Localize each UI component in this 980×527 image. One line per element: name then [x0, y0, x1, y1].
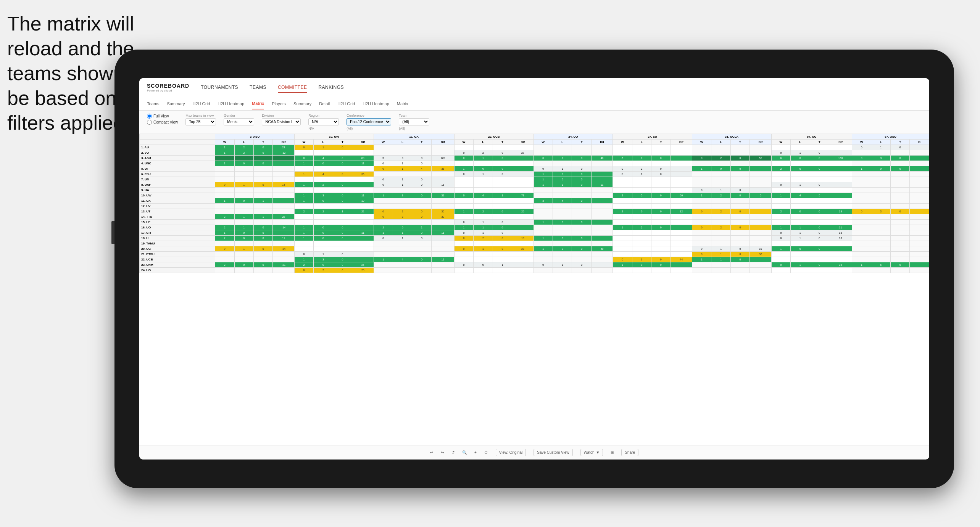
tablet-side-button[interactable]: [111, 221, 114, 244]
watch-button[interactable]: Watch ▼: [580, 449, 603, 456]
col-su: 27. SU: [613, 134, 692, 140]
sub-w5: W: [534, 140, 553, 145]
row-team-name: 6. FSU: [140, 172, 215, 177]
sub-nav-h2h-heatmap2[interactable]: H2H Heatmap: [363, 98, 389, 109]
matrix-cell: [730, 182, 750, 188]
matrix-cell: [871, 177, 890, 182]
compact-view-radio[interactable]: Compact View: [147, 120, 178, 125]
refresh-button[interactable]: ↺: [451, 450, 455, 455]
matrix-cell: [750, 241, 771, 246]
matrix-cell: [294, 177, 313, 182]
matrix-cell: [352, 204, 374, 209]
share-button[interactable]: Share: [621, 449, 638, 456]
sub-nav-summary[interactable]: Summary: [167, 98, 185, 109]
matrix-cell: [553, 193, 572, 198]
matrix-cell: [412, 145, 431, 150]
redo-button[interactable]: ↪: [441, 450, 444, 455]
nav-item-teams[interactable]: TEAMS: [250, 83, 266, 93]
matrix-cell: [771, 161, 790, 166]
matrix-cell: [474, 198, 493, 204]
matrix-cell: [431, 225, 454, 230]
matrix-cell: 1: [534, 236, 553, 241]
matrix-cell: [890, 150, 909, 156]
matrix-cell: [810, 204, 829, 209]
matrix-cell: [791, 204, 810, 209]
sub-nav-matrix[interactable]: Matrix: [252, 98, 264, 109]
matrix-cell: 1: [553, 166, 572, 172]
matrix-cell: 0: [553, 236, 572, 241]
sub-t1: T: [253, 140, 272, 145]
table-row: 15. UF010100: [140, 220, 929, 225]
full-view-radio[interactable]: Full View: [147, 114, 178, 119]
matrix-cell: [613, 145, 632, 150]
sub-nav-h2h-grid[interactable]: H2H Grid: [192, 98, 210, 109]
matrix-cell: [412, 150, 431, 156]
save-custom-button[interactable]: Save Custom View: [534, 449, 572, 456]
zoom-out-button[interactable]: 🔍: [462, 450, 467, 455]
zoom-in-button[interactable]: +: [474, 450, 477, 455]
matrix-cell: [632, 145, 651, 150]
matrix-cell: 2: [374, 225, 393, 230]
matrix-cell: [374, 241, 393, 246]
gender-select[interactable]: Men's: [224, 118, 254, 125]
matrix-cell: 0: [771, 182, 790, 188]
matrix-cell: [711, 230, 730, 236]
matrix-cell: [852, 225, 871, 230]
matrix-cell: [852, 257, 871, 262]
nav-item-tournaments[interactable]: TOURNAMENTS: [201, 83, 238, 93]
max-teams-select[interactable]: Top 25: [185, 118, 216, 125]
sub-nav-matrix2[interactable]: Matrix: [397, 98, 408, 109]
matrix-cell: 11: [273, 236, 294, 241]
division-select[interactable]: NCAA Division I: [262, 118, 301, 125]
sub-nav-h2h-grid2[interactable]: H2H Grid: [337, 98, 355, 109]
matrix-cell: [671, 220, 692, 225]
matrix-cell: [412, 220, 431, 225]
matrix-cell: 0: [553, 172, 572, 177]
matrix-cell: [791, 257, 810, 262]
matrix-cell: [829, 198, 852, 204]
matrix-cell: 0: [454, 150, 473, 156]
clock-button[interactable]: ⏱: [484, 450, 488, 455]
matrix-cell: [829, 177, 852, 182]
team-select[interactable]: (All): [399, 118, 429, 125]
sub-nav-h2h-heatmap[interactable]: H2H Heatmap: [218, 98, 244, 109]
matrix-cell: [871, 241, 890, 246]
nav-item-committee[interactable]: COMMITTEE: [278, 83, 307, 93]
matrix-area[interactable]: 3. ASU 10. UW 11. UA 22. UCB 24. UO 27. …: [139, 134, 929, 445]
matrix-cell: [234, 172, 253, 177]
sub-nav-summary2[interactable]: Summary: [293, 98, 311, 109]
matrix-cell: [852, 161, 871, 166]
sub-nav-players[interactable]: Players: [272, 98, 286, 109]
conference-select[interactable]: Pac-12 Conference: [347, 118, 391, 125]
matrix-cell: 1: [294, 198, 313, 204]
matrix-cell: [273, 188, 294, 193]
matrix-cell: [572, 150, 591, 156]
matrix-cell: [591, 193, 612, 198]
matrix-cell: 1: [534, 182, 553, 188]
share-icon-button[interactable]: ⊞: [611, 450, 614, 455]
matrix-cell: [711, 268, 730, 273]
matrix-cell: [692, 241, 711, 246]
table-row: 5. UT01435100010020100200100: [140, 166, 929, 172]
matrix-cell: [253, 166, 272, 172]
matrix-cell: [572, 209, 591, 214]
matrix-cell: [692, 177, 711, 182]
matrix-cell: [314, 150, 333, 156]
matrix-cell: [771, 188, 790, 193]
view-original-button[interactable]: View: Original: [496, 449, 526, 456]
matrix-cell: 0: [493, 156, 512, 161]
nav-item-rankings[interactable]: RANKINGS: [318, 83, 344, 93]
matrix-cell: -34: [273, 246, 294, 252]
matrix-cell: 0: [771, 236, 790, 241]
region-select[interactable]: N/A: [308, 118, 339, 125]
matrix-cell: [431, 241, 454, 246]
undo-button[interactable]: ↩: [430, 450, 433, 455]
matrix-cell: 73: [512, 193, 534, 198]
matrix-cell: [431, 262, 454, 268]
matrix-cell: [829, 172, 852, 177]
sub-nav-teams[interactable]: Teams: [147, 98, 159, 109]
matrix-cell: [234, 156, 253, 161]
matrix-cell: [273, 220, 294, 225]
matrix-cell: [910, 172, 929, 177]
sub-nav-detail[interactable]: Detail: [319, 98, 330, 109]
